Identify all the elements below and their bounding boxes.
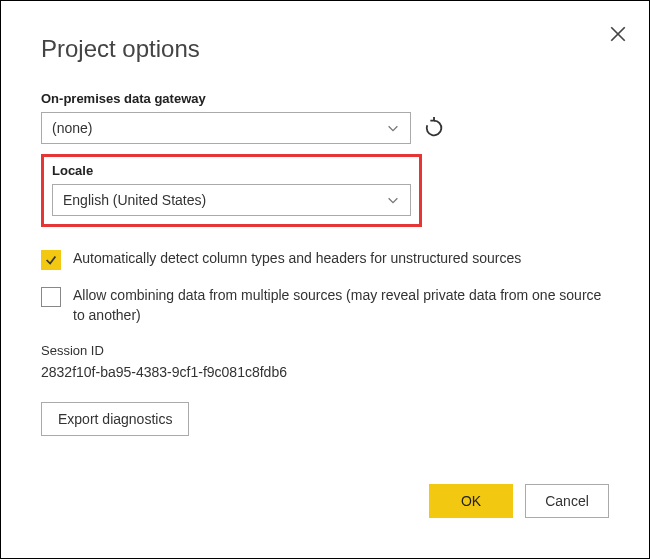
combine-checkbox[interactable]	[41, 287, 61, 307]
ok-button[interactable]: OK	[429, 484, 513, 518]
chevron-down-icon	[386, 193, 400, 207]
detect-checkbox[interactable]	[41, 250, 61, 270]
gateway-value: (none)	[52, 120, 92, 136]
combine-label: Allow combining data from multiple sourc…	[73, 286, 609, 325]
session-id-value: 2832f10f-ba95-4383-9cf1-f9c081c8fdb6	[41, 364, 609, 380]
dialog-frame: Project options On-premises data gateway…	[0, 0, 650, 559]
project-options-dialog: Project options On-premises data gateway…	[5, 7, 645, 542]
locale-highlight: Locale English (United States)	[41, 154, 422, 227]
locale-select[interactable]: English (United States)	[52, 184, 411, 216]
detect-label: Automatically detect column types and he…	[73, 249, 521, 269]
dialog-footer: OK Cancel	[429, 484, 609, 518]
refresh-button[interactable]	[423, 117, 445, 139]
check-icon	[44, 253, 58, 267]
gateway-label: On-premises data gateway	[41, 91, 609, 106]
export-diagnostics-button[interactable]: Export diagnostics	[41, 402, 189, 436]
refresh-icon	[423, 117, 445, 139]
gateway-select[interactable]: (none)	[41, 112, 411, 144]
locale-label: Locale	[52, 163, 411, 178]
locale-value: English (United States)	[63, 192, 206, 208]
chevron-down-icon	[386, 121, 400, 135]
session-id-label: Session ID	[41, 343, 609, 358]
cancel-button[interactable]: Cancel	[525, 484, 609, 518]
dialog-title: Project options	[41, 35, 609, 63]
close-icon	[609, 25, 627, 43]
close-button[interactable]	[609, 25, 627, 43]
